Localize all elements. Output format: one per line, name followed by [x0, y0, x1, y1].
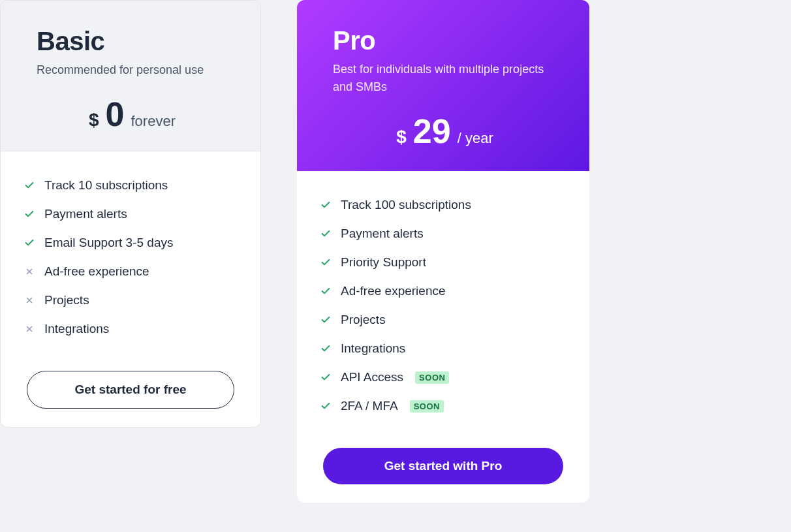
check-icon	[320, 228, 332, 240]
check-icon	[320, 400, 332, 412]
pro-plan-name: Pro	[333, 26, 557, 55]
check-icon	[320, 199, 332, 211]
check-icon	[320, 343, 332, 354]
feature-item: Integrations	[23, 315, 238, 343]
basic-plan-name: Basic	[37, 27, 228, 56]
pricing-card-pro: Pro Best for individuals with multiple p…	[297, 0, 589, 503]
soon-badge: SOON	[410, 400, 444, 413]
check-icon	[320, 371, 332, 383]
feature-label: Track 100 subscriptions	[341, 198, 471, 212]
feature-label: Payment alerts	[44, 207, 127, 221]
check-icon	[320, 257, 332, 268]
feature-label: Projects	[44, 293, 89, 307]
feature-item: Ad-free experience	[320, 277, 566, 305]
feature-label: API Access	[341, 370, 403, 384]
feature-item: Track 100 subscriptions	[320, 191, 566, 219]
feature-label: Priority Support	[341, 255, 426, 270]
cross-icon	[23, 266, 35, 277]
feature-item: Ad-free experience	[23, 257, 238, 286]
feature-item: Projects	[23, 286, 238, 315]
cross-icon	[23, 294, 35, 306]
feature-label: Ad-free experience	[44, 264, 149, 279]
basic-period: forever	[131, 113, 176, 130]
feature-item: Track 10 subscriptions	[23, 171, 238, 200]
feature-item: API AccessSOON	[320, 363, 566, 392]
pro-cta-button[interactable]: Get started with Pro	[323, 448, 563, 484]
feature-item: Priority Support	[320, 248, 566, 277]
pricing-card-basic: Basic Recommended for personal use $ 0 f…	[0, 0, 261, 428]
check-icon	[320, 285, 332, 297]
feature-item: 2FA / MFASOON	[320, 392, 566, 420]
feature-item: Integrations	[320, 334, 566, 363]
basic-header: Basic Recommended for personal use $ 0 f…	[1, 1, 260, 151]
feature-label: Email Support 3-5 days	[44, 236, 174, 250]
pro-header: Pro Best for individuals with multiple p…	[297, 0, 589, 171]
basic-feature-list: Track 10 subscriptionsPayment alertsEmai…	[1, 151, 260, 363]
basic-currency: $	[89, 110, 99, 131]
feature-label: Integrations	[44, 322, 109, 336]
soon-badge: SOON	[415, 371, 449, 384]
feature-label: Payment alerts	[341, 227, 424, 241]
check-icon	[23, 237, 35, 249]
check-icon	[23, 208, 35, 220]
check-icon	[320, 314, 332, 326]
pro-subtitle: Best for individuals with multiple proje…	[333, 61, 557, 96]
feature-label: Ad-free experience	[341, 284, 446, 298]
basic-price: $ 0 forever	[37, 97, 228, 131]
pro-price: $ 29 / year	[333, 114, 557, 148]
feature-item: Payment alerts	[23, 200, 238, 228]
basic-subtitle: Recommended for personal use	[37, 61, 228, 79]
feature-label: 2FA / MFA	[341, 399, 398, 413]
feature-label: Projects	[341, 313, 386, 327]
feature-item: Email Support 3-5 days	[23, 228, 238, 257]
feature-label: Track 10 subscriptions	[44, 178, 168, 193]
feature-item: Projects	[320, 305, 566, 334]
pro-amount: 29	[413, 114, 451, 148]
pro-currency: $	[396, 127, 407, 148]
feature-item: Payment alerts	[320, 219, 566, 248]
pro-feature-list: Track 100 subscriptionsPayment alertsPri…	[297, 171, 589, 440]
check-icon	[23, 180, 35, 191]
pro-period: / year	[458, 130, 493, 147]
feature-label: Integrations	[341, 341, 405, 356]
cross-icon	[23, 323, 35, 335]
basic-cta-button[interactable]: Get started for free	[27, 371, 234, 409]
basic-amount: 0	[106, 97, 125, 131]
